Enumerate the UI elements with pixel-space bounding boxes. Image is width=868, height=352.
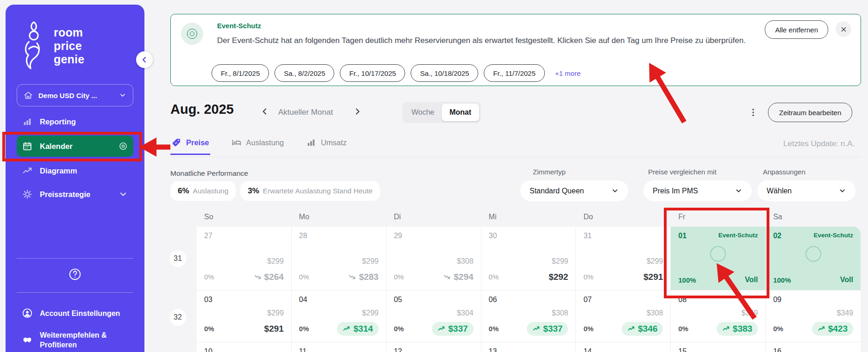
cell-footer: 0%$283 (299, 270, 379, 284)
calendar-cell-16[interactable]: 16 (766, 342, 861, 352)
sidebar-item-weiterempfehlen[interactable]: Weiterempfehlen & Profitieren (17, 327, 135, 352)
day-header: Mo (292, 213, 387, 221)
availability-status: Voll (840, 276, 853, 284)
calendar-cell-04[interactable]: 04$2990%$314 (292, 290, 387, 342)
recommended-price: $337 (432, 322, 473, 336)
filter-dropdown-anpassungen[interactable]: Wählen (757, 180, 856, 201)
trend-up-icon (343, 325, 350, 333)
calendar-cell-14[interactable]: 14 (576, 342, 671, 352)
toggle-month[interactable]: Monat (442, 104, 479, 121)
genie-logo-icon (20, 20, 47, 70)
user-icon (22, 308, 32, 318)
sidebar-collapse-button[interactable] (136, 51, 153, 68)
performance-badges: 6%Auslastung3%Erwartete Auslastung Stand… (170, 181, 380, 201)
filter-dropdown-zimmertyp[interactable]: Standard Queen (520, 180, 628, 201)
day-number: 08 (678, 296, 758, 304)
calendar-icon (22, 141, 32, 151)
cell-footer: 0%$337 (394, 321, 474, 336)
day-number: 12 (394, 347, 474, 352)
tab-preise[interactable]: Preise (170, 136, 210, 155)
chevron-down-icon (119, 190, 128, 199)
price-value: $292 (549, 272, 568, 282)
day-header: Fr (671, 213, 766, 221)
help-button[interactable] (6, 267, 144, 281)
current-month-button[interactable]: Aktueller Monat (278, 108, 333, 117)
filter-label: Anpassungen (757, 168, 856, 176)
event-date-chip[interactable]: Fr., 10/17/2025 (340, 64, 405, 82)
calendar-cell-09[interactable]: 09$3490%$423 (766, 290, 861, 342)
calendar-cell-02[interactable]: 02Event-Schutz100%Voll (766, 227, 861, 290)
event-date-chip[interactable]: Sa., 8/2/2025 (275, 64, 334, 82)
logo-line: price (54, 39, 84, 53)
pms-price: $349 (678, 309, 758, 317)
property-selector[interactable]: Demo USD City ... (17, 84, 133, 106)
banner-close-button[interactable] (836, 21, 851, 37)
pms-price: $308 (489, 309, 568, 317)
calendar-cell-07[interactable]: 07$3080%$346 (576, 290, 671, 342)
occupancy-value: 100% (773, 276, 791, 284)
app-root: roompricegenie Demo USD City ... Reporti… (0, 0, 868, 352)
event-date-chip[interactable]: Fr., 11/7/2025 (484, 64, 544, 82)
calendar-cell-29[interactable]: 29$3080%$294 (387, 227, 481, 290)
day-number: 07 (583, 296, 663, 304)
price-value: $291 (264, 324, 284, 334)
recommended-price: $291 (643, 272, 663, 282)
badge-label: Auslastung (193, 187, 229, 195)
sidebar-item-account-einstellungen[interactable]: Account Einstellungen (17, 304, 135, 322)
calendar-cell-11[interactable]: 11 (292, 342, 387, 352)
calendar-cell-10[interactable]: 10 (197, 342, 292, 352)
recommended-price: $383 (717, 322, 758, 336)
calendar-cell-30[interactable]: 30$2990%$292 (481, 227, 576, 290)
previous-month-button[interactable] (260, 107, 271, 118)
event-cell-header: 02Event-Schutz (773, 232, 853, 240)
filter-label: Zimmertyp (520, 168, 628, 176)
calendar-cell-12[interactable]: 12 (387, 342, 481, 352)
pms-price: $299 (299, 257, 379, 266)
performance-badge: 6%Auslastung (170, 181, 236, 201)
calendar-cell-13[interactable]: 13 (481, 342, 576, 352)
performance-badge: 3%Erwartete Auslastung Stand Heute (240, 181, 380, 201)
price-value: $423 (828, 324, 848, 334)
calendar-grid: 27$2990%$26428$2990%$28329$3080%$29430$2… (197, 227, 861, 352)
event-date-chip[interactable]: Fr., 8/1/2025 (212, 64, 269, 82)
edit-range-button[interactable]: Zeitraum bearbeiten (768, 103, 852, 122)
remove-all-button[interactable]: Alle entfernen (765, 20, 828, 39)
week-month-toggle: Woche Monat (402, 102, 481, 123)
toggle-week[interactable]: Woche (404, 104, 442, 121)
sidebar-item-preisstrategie[interactable]: Preisstrategie (17, 185, 133, 204)
day-number: 03 (204, 296, 284, 304)
trend-up-icon (532, 325, 540, 333)
event-date-chip[interactable]: Sa., 10/18/2025 (411, 64, 478, 82)
trend-down-icon (348, 273, 356, 281)
filter-dropdown-preise-vergleichen-mit[interactable]: Preis Im PMS (643, 180, 752, 201)
occupancy-value: 0% (489, 273, 499, 281)
calendar-cell-06[interactable]: 06$3080%$337 (481, 290, 576, 342)
sidebar-item-kalender[interactable]: Kalender (17, 136, 133, 157)
tab-umsatz[interactable]: Umsatz (305, 136, 348, 155)
chevron-down-icon (119, 92, 126, 99)
next-month-button[interactable] (353, 107, 364, 118)
day-header: So (197, 213, 292, 221)
price-value: $294 (454, 272, 473, 282)
kebab-icon (748, 107, 758, 117)
calendar-cell-01[interactable]: 01Event-Schutz100%Voll (671, 227, 766, 290)
tab-auslastung[interactable]: Auslastung (231, 136, 285, 155)
calendar-cell-05[interactable]: 05$3040%$337 (387, 290, 481, 342)
calendar-cell-31[interactable]: 31$2990%$291 (576, 227, 671, 290)
week-number-badge: 31 (169, 250, 186, 267)
cell-footer: 0%$291 (204, 321, 284, 336)
roompricegenie-logo: roompricegenie (20, 20, 84, 70)
more-options-button[interactable] (744, 103, 762, 122)
calendar-cell-08[interactable]: 08$3490%$383 (671, 290, 766, 342)
more-dates-link[interactable]: +1 more (555, 69, 581, 77)
sidebar-item-diagramm[interactable]: Diagramm (17, 161, 133, 180)
bars-icon (306, 137, 316, 148)
day-number: 28 (299, 232, 379, 240)
day-number: 29 (394, 232, 474, 240)
calendar-cell-03[interactable]: 03$2990%$291 (197, 290, 292, 342)
occupancy-value: 0% (299, 325, 309, 333)
sidebar-item-reporting[interactable]: Reporting (17, 112, 133, 131)
calendar-cell-27[interactable]: 27$2990%$264 (197, 227, 292, 290)
calendar-cell-15[interactable]: 15 (671, 342, 766, 352)
calendar-cell-28[interactable]: 28$2990%$283 (292, 227, 387, 290)
